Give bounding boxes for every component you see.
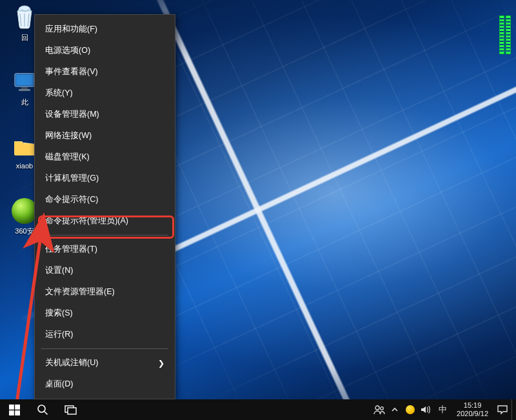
chevron-right-icon: ❯	[158, 359, 164, 368]
menu-separator	[41, 348, 168, 349]
tray-chevron-up-icon[interactable]	[387, 399, 402, 420]
svg-rect-7	[9, 410, 14, 415]
start-button[interactable]	[0, 399, 28, 420]
tray-clock[interactable]: 15:19 2020/9/12	[452, 401, 493, 418]
winx-context-menu: 应用和功能(F) 电源选项(O) 事件查看器(V) 系统(Y) 设备管理器(M)…	[34, 14, 175, 399]
menu-item-desktop[interactable]: 桌面(D)	[35, 374, 175, 395]
task-view-button[interactable]	[57, 399, 85, 420]
menu-item-label: 搜索(S)	[45, 308, 73, 319]
menu-item-label: 桌面(D)	[45, 379, 73, 390]
menu-item-search[interactable]: 搜索(S)	[35, 303, 175, 324]
tray-ime-indicator[interactable]: 中	[433, 399, 452, 420]
clock-time: 15:19	[464, 401, 482, 410]
menu-item-label: 关机或注销(U)	[45, 357, 98, 368]
menu-item-device-manager[interactable]: 设备管理器(M)	[35, 104, 175, 125]
svg-rect-6	[15, 405, 20, 410]
menu-item-label: 运行(R)	[45, 329, 73, 340]
windows-logo-icon	[9, 405, 20, 415]
svg-point-14	[381, 407, 384, 410]
svg-line-10	[45, 412, 48, 415]
tray-security-icon[interactable]	[402, 399, 418, 420]
svg-point-13	[375, 406, 379, 410]
menu-item-label: 计算机管理(G)	[45, 173, 99, 184]
svg-rect-5	[9, 405, 14, 410]
menu-item-command-prompt-admin[interactable]: 命令提示符(管理员)(A)	[35, 210, 175, 232]
menu-item-label: 磁盘管理(K)	[45, 152, 90, 163]
svg-rect-1	[16, 75, 33, 85]
desktop-icon-label: xiaob	[16, 162, 33, 170]
menu-item-settings[interactable]: 设置(N)	[35, 260, 175, 281]
menu-item-label: 网络连接(W)	[45, 130, 92, 141]
menu-item-label: 应用和功能(F)	[45, 24, 97, 35]
menu-item-label: 命令提示符(管理员)(A)	[45, 215, 128, 226]
svg-rect-2	[21, 87, 28, 89]
menu-item-label: 文件资源管理器(E)	[45, 286, 115, 297]
tray-people-icon[interactable]	[372, 399, 387, 420]
menu-item-computer-management[interactable]: 计算机管理(G)	[35, 168, 175, 189]
svg-rect-8	[15, 410, 20, 415]
menu-item-power-options[interactable]: 电源选项(O)	[35, 40, 175, 61]
task-view-icon	[64, 405, 77, 415]
menu-item-label: 事件查看器(V)	[45, 66, 98, 77]
svg-rect-3	[19, 89, 30, 91]
desktop-icon-label: 此	[21, 97, 28, 107]
ime-label: 中	[439, 404, 447, 415]
search-button[interactable]	[28, 399, 57, 420]
clock-date: 2020/9/12	[457, 410, 488, 418]
menu-item-disk-management[interactable]: 磁盘管理(K)	[35, 146, 175, 168]
system-tray: 中 15:19 2020/9/12	[372, 399, 516, 420]
menu-item-label: 设备管理器(M)	[45, 109, 99, 120]
menu-item-label: 命令提示符(C)	[45, 194, 98, 205]
taskbar: 中 15:19 2020/9/12	[0, 399, 516, 420]
desktop-icon-label: 回	[21, 33, 28, 43]
menu-item-label: 任务管理器(T)	[45, 244, 97, 255]
menu-item-run[interactable]: 运行(R)	[35, 324, 175, 345]
show-desktop-button[interactable]	[511, 399, 516, 420]
menu-item-task-manager[interactable]: 任务管理器(T)	[35, 239, 175, 260]
desktop: 回 此 xiaob 360安 应用和功能(F) 电源选	[0, 0, 516, 420]
menu-item-shutdown-signout[interactable]: 关机或注销(U) ❯	[35, 352, 175, 374]
menu-item-label: 设置(N)	[45, 265, 73, 276]
desktop-icon-label: 360安	[15, 226, 34, 236]
tray-volume-icon[interactable]	[418, 399, 433, 420]
menu-item-event-viewer[interactable]: 事件查看器(V)	[35, 61, 175, 83]
menu-item-label: 系统(Y)	[45, 88, 73, 99]
tray-action-center-icon[interactable]	[493, 399, 511, 420]
menu-item-file-explorer[interactable]: 文件资源管理器(E)	[35, 281, 175, 303]
svg-rect-12	[68, 408, 76, 414]
svg-point-9	[38, 405, 45, 412]
menu-item-system[interactable]: 系统(Y)	[35, 83, 175, 104]
search-icon	[37, 404, 48, 415]
menu-item-label: 电源选项(O)	[45, 45, 90, 56]
audio-meter-overlay	[499, 15, 511, 54]
menu-item-network-connections[interactable]: 网络连接(W)	[35, 125, 175, 146]
menu-separator	[41, 235, 168, 235]
menu-item-apps-features[interactable]: 应用和功能(F)	[35, 19, 175, 40]
menu-item-command-prompt[interactable]: 命令提示符(C)	[35, 189, 175, 210]
